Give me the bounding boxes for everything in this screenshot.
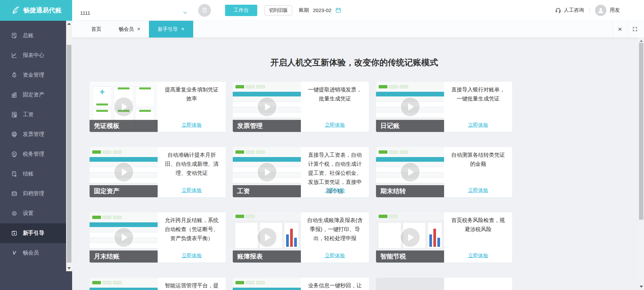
video-title-overlay: 发票管理 — [233, 120, 301, 132]
page-scrollbar[interactable] — [638, 38, 644, 290]
feature-text-panel: 直接导入工资表，自动计算个税，自动生成计提工资、社保公积金、发放工资凭证，直接申… — [301, 147, 369, 197]
tab-item-2[interactable]: 新手引导× — [149, 21, 193, 38]
avatar[interactable] — [595, 5, 606, 16]
tab-item-1[interactable]: 畅会员× — [110, 21, 149, 38]
invoice-icon: ¥ — [11, 131, 18, 138]
feature-card-7: 月末结账允许跨月反结账，系统自动检查（凭证断号、资产负债表平衡）立即体验 — [90, 212, 226, 263]
video-preview-image — [376, 278, 444, 290]
feature-text-panel: 自动准确计提本月折旧、自动生成新增、清理、变动凭证立即体验 — [158, 147, 226, 197]
video-thumbnail[interactable]: 日记账 — [376, 82, 444, 132]
play-button-icon[interactable] — [257, 162, 277, 183]
tab-close-icon[interactable]: × — [181, 26, 184, 32]
feature-text-panel: 首页税务风险检查，规避涉税风险立即体验 — [444, 212, 512, 263]
sidebar-item-ledger[interactable]: ¥总账 — [0, 26, 66, 46]
feature-text-panel: 业务信息一键秒回，让客立即体验 — [301, 278, 369, 290]
video-thumbnail[interactable]: 期末结转 — [376, 147, 444, 197]
play-button-icon[interactable] — [113, 162, 134, 183]
video-title-overlay: 日记账 — [376, 120, 444, 132]
tab-label: 畅会员 — [119, 26, 134, 32]
feature-description: 智能运营管理平台，提升 — [162, 281, 221, 290]
feature-text-panel: 智能运营管理平台，提升立即体验 — [158, 278, 226, 290]
sidebar-item-settings[interactable]: 设置 — [0, 204, 66, 223]
feature-card-12 — [376, 278, 512, 290]
play-button-icon[interactable] — [257, 96, 277, 117]
sidebar-item-invoice[interactable]: ¥发票管理 — [0, 125, 66, 144]
tab-home[interactable]: 首页 — [83, 21, 110, 38]
video-thumbnail[interactable]: 账簿报表 — [233, 212, 301, 263]
try-now-link[interactable]: 立即体验 — [301, 187, 369, 194]
feature-card-8: 账簿报表自动生成账簿及报表(含季报)，一键打印、导出，轻松处理申报立即体验 — [233, 212, 369, 263]
sidebar-item-label: 发票管理 — [23, 131, 44, 138]
sidebar-item-salary[interactable]: 工资 — [0, 105, 66, 125]
video-thumbnail[interactable] — [233, 278, 301, 290]
headset-icon — [555, 7, 561, 14]
sidebar-item-label: 归档管理 — [23, 190, 44, 197]
sidebar-scrollbar[interactable] — [66, 21, 72, 271]
sidebar-scrollbar-thumb[interactable] — [67, 45, 71, 263]
try-now-link[interactable]: 立即体验 — [158, 122, 226, 128]
video-thumbnail[interactable] — [90, 278, 158, 290]
video-preview-image — [233, 278, 301, 290]
sidebar-item-reports[interactable]: 报表中心 — [0, 46, 66, 65]
try-now-link[interactable]: 立即体验 — [301, 122, 369, 128]
sidebar-item-label: 报表中心 — [23, 52, 44, 59]
fullscreen-icon[interactable] — [627, 21, 642, 38]
video-thumbnail[interactable]: 智能节税 — [376, 212, 444, 263]
switch-old-version-button[interactable]: 切到旧版 — [265, 5, 292, 15]
close-icon[interactable]: × — [612, 21, 627, 38]
feature-card-5: 工资直接导入工资表，自动计算个税，自动生成计提工资、社保公积金、发放工资凭证，直… — [233, 147, 369, 197]
try-now-link[interactable]: 立即体验 — [301, 252, 369, 259]
play-button-icon[interactable] — [400, 162, 421, 183]
account-select[interactable]: 1111 — [79, 5, 190, 21]
sidebar-menu: ¥总账报表中心¥资金管理固定资产工资¥发票管理税税务管理¥结账归档管理设置新手引… — [0, 26, 66, 263]
video-thumbnail[interactable]: 工资 — [233, 147, 301, 197]
scroll-down-icon[interactable] — [66, 266, 72, 271]
sidebar-item-tax[interactable]: 税税务管理 — [0, 144, 66, 164]
sidebar-item-closing[interactable]: ¥结账 — [0, 164, 66, 184]
try-now-link[interactable]: 立即体验 — [158, 252, 226, 259]
video-thumbnail[interactable]: 凭证模板 — [90, 82, 158, 132]
sidebar-item-archive[interactable]: 归档管理 — [0, 184, 66, 204]
divider — [589, 7, 590, 14]
try-now-link[interactable]: 立即体验 — [444, 187, 512, 194]
scroll-up-icon[interactable] — [66, 21, 72, 26]
user-name[interactable]: 用友 — [610, 7, 620, 13]
fixed-assets-icon — [11, 91, 18, 98]
video-thumbnail[interactable]: 固定资产 — [90, 147, 158, 197]
scroll-up-icon[interactable] — [638, 39, 644, 43]
video-thumbnail[interactable] — [376, 278, 444, 290]
video-thumbnail[interactable]: 月末结账 — [90, 212, 158, 263]
sidebar-item-guide[interactable]: 新手引导 — [0, 223, 66, 243]
tab-bar: 首页畅会员×新手引导× × — [72, 21, 644, 38]
support-link[interactable]: 人工咨询 — [564, 7, 584, 13]
sidebar-item-funds[interactable]: ¥资金管理 — [0, 65, 66, 85]
account-select-value: 1111 — [80, 10, 90, 16]
play-button-icon[interactable] — [113, 96, 134, 117]
svg-text:税: 税 — [13, 153, 16, 155]
play-button-icon[interactable] — [400, 227, 421, 248]
page-scrollbar-thumb[interactable] — [639, 43, 643, 220]
scroll-down-icon[interactable] — [638, 284, 644, 289]
try-now-link[interactable]: 立即体验 — [444, 122, 512, 128]
tab-close-icon[interactable]: × — [137, 26, 140, 32]
video-thumbnail[interactable]: 发票管理 — [233, 82, 301, 132]
try-now-link[interactable]: 立即体验 — [158, 187, 226, 194]
feature-card-1: 凭证模板提高重复业务填制凭证效率立即体验 — [90, 82, 226, 132]
sidebar-item-member[interactable]: V畅会员 — [0, 243, 66, 263]
feature-description: 首页税务风险检查，规避涉税风险 — [449, 216, 507, 234]
play-button-icon[interactable] — [113, 227, 134, 248]
salary-icon — [11, 111, 18, 118]
feature-card-6: 期末结转自动测算各结转类凭证的金额立即体验 — [376, 147, 512, 197]
period-label: 账期 — [299, 7, 309, 13]
play-button-icon[interactable] — [257, 227, 277, 248]
feature-text-panel: 自动测算各结转类凭证的金额立即体验 — [444, 147, 512, 197]
calendar-icon[interactable] — [335, 7, 342, 14]
video-title-overlay: 月末结账 — [90, 250, 158, 263]
sidebar-item-label: 新手引导 — [23, 230, 44, 237]
tab-label: 首页 — [91, 26, 101, 32]
workbench-button[interactable]: 工作台 — [225, 5, 257, 16]
clipboard-icon[interactable] — [198, 4, 211, 17]
try-now-link[interactable]: 立即体验 — [444, 252, 512, 259]
play-button-icon[interactable] — [400, 96, 421, 117]
sidebar-item-assets[interactable]: 固定资产 — [0, 85, 66, 105]
